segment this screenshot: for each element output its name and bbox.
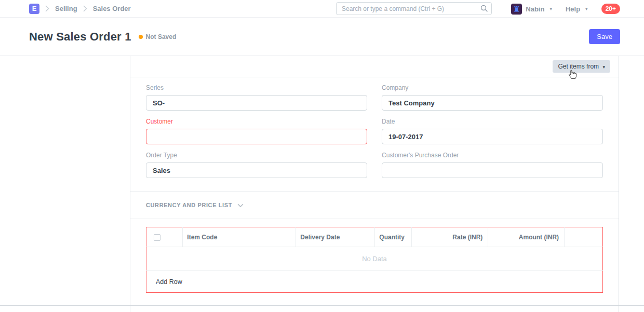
chevron-down-icon: ▾ <box>549 6 552 11</box>
items-table: Item Code Delivery Date Quantity Rate (I… <box>146 227 603 293</box>
orange-dot-icon <box>139 35 143 39</box>
search-icon <box>480 5 488 14</box>
no-data-text: No Data <box>146 247 603 271</box>
user-menu[interactable]: ♜ Nabin ▾ <box>511 4 552 15</box>
save-button[interactable]: Save <box>589 29 620 44</box>
status-text: Not Saved <box>146 33 177 40</box>
sales-order-page: E Selling Sales Order ♜ Nabin ▾ Help ▾ <box>0 0 644 312</box>
customer-po-label: Customer's Purchase Order <box>382 152 603 159</box>
get-items-from-label: Get items from <box>558 63 599 70</box>
navbar-right: ♜ Nabin ▾ Help ▾ 20+ <box>511 0 620 18</box>
form-fields-section: Series Company Customer Date Order Type … <box>130 77 619 192</box>
get-items-from-button[interactable]: Get items from ▾ <box>553 60 610 73</box>
col-actions <box>565 227 603 247</box>
page-title: New Sales Order 1 <box>29 30 131 44</box>
customer-po-field: Customer's Purchase Order <box>382 152 603 178</box>
chevron-down-icon: ▾ <box>585 6 588 11</box>
add-row-row: Add Row <box>146 271 603 293</box>
section-title: CURRENCY AND PRICE LIST <box>146 202 232 208</box>
company-field: Company <box>382 84 603 111</box>
select-all-checkbox[interactable] <box>154 234 160 241</box>
help-menu[interactable]: Help ▾ <box>566 5 588 13</box>
col-item-code: Item Code <box>183 227 296 247</box>
series-field: Series <box>146 84 367 111</box>
status-indicator: Not Saved <box>139 33 177 40</box>
chevron-right-icon <box>45 5 49 12</box>
items-table-section: Item Code Delivery Date Quantity Rate (I… <box>130 219 619 304</box>
company-input[interactable] <box>382 95 603 111</box>
date-field: Date <box>382 118 603 144</box>
date-label: Date <box>382 118 603 125</box>
search-input[interactable] <box>336 2 492 15</box>
series-label: Series <box>146 84 367 91</box>
customer-field: Customer <box>146 118 367 144</box>
global-search <box>336 2 492 15</box>
user-avatar: ♜ <box>511 4 522 15</box>
form-layout: Get items from ▾ Series Company Customer… <box>130 56 619 312</box>
navbar: E Selling Sales Order ♜ Nabin ▾ Help ▾ <box>0 0 644 18</box>
chevron-right-icon <box>83 5 87 12</box>
col-amount: Amount (INR) <box>488 227 565 247</box>
user-name: Nabin <box>526 5 544 13</box>
items-table-header-row: Item Code Delivery Date Quantity Rate (I… <box>146 227 603 247</box>
company-label: Company <box>382 84 603 91</box>
no-data-row: No Data <box>146 247 603 271</box>
order-type-input[interactable] <box>146 162 367 178</box>
app-logo[interactable]: E <box>29 4 39 14</box>
page-head: New Sales Order 1 Not Saved Save <box>0 18 644 56</box>
chevron-down-icon <box>237 200 244 210</box>
date-input[interactable] <box>382 129 603 144</box>
series-input[interactable] <box>146 95 367 111</box>
customer-input[interactable] <box>146 129 367 144</box>
chevron-down-icon: ▾ <box>602 64 605 70</box>
col-rate: Rate (INR) <box>411 227 488 247</box>
form-toolbar: Get items from ▾ <box>130 56 619 77</box>
order-type-field: Order Type <box>146 152 367 178</box>
order-type-label: Order Type <box>146 152 367 159</box>
help-label: Help <box>566 5 580 13</box>
col-delivery-date: Delivery Date <box>296 227 375 247</box>
customer-po-input[interactable] <box>382 162 603 178</box>
breadcrumb-sales-order[interactable]: Sales Order <box>93 5 131 12</box>
section-currency-price-list[interactable]: CURRENCY AND PRICE LIST <box>130 192 619 219</box>
section-divider <box>0 305 644 306</box>
notifications-badge[interactable]: 20+ <box>601 4 620 14</box>
col-quantity: Quantity <box>375 227 411 247</box>
customer-label: Customer <box>146 118 367 125</box>
breadcrumb-selling[interactable]: Selling <box>55 5 77 12</box>
add-row-button[interactable]: Add Row <box>146 271 603 293</box>
